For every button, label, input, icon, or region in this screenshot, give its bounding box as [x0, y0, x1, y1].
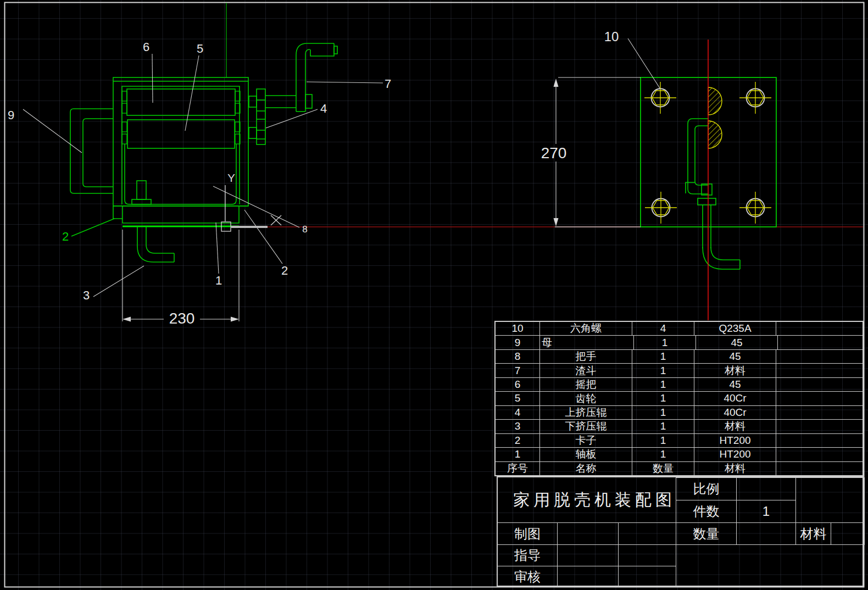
bom-name: 下挤压辊 — [540, 420, 632, 433]
bom-no: 9 — [496, 336, 540, 349]
table-row: 10 六角螺 4 Q235A — [496, 322, 863, 336]
part-label-4: 4 — [320, 102, 327, 115]
bom-qty: 1 — [632, 434, 694, 447]
bom-no: 5 — [496, 392, 540, 405]
hopper-outer — [70, 109, 113, 193]
part-label-6: 6 — [143, 40, 149, 54]
base-plate — [123, 206, 239, 223]
cad-canvas[interactable]: 230 270 6 5 7 4 9 3 1 2 8 10 2 Y — [0, 0, 868, 590]
drawn-by-label: 制图 — [498, 522, 558, 545]
bom-no: 2 — [496, 434, 540, 447]
part-labels: 6 5 7 4 9 3 1 2 8 10 2 — [8, 29, 619, 302]
bom-qty: 1 — [632, 364, 694, 377]
bom-no: 1 — [496, 448, 540, 461]
check-extra — [618, 566, 676, 587]
bom-name: 摇把 — [540, 378, 632, 391]
bom-no: 6 — [496, 378, 540, 391]
part-label-1: 1 — [215, 274, 222, 287]
bom-material: HT200 — [694, 448, 776, 461]
bom-qty: 1 — [632, 406, 694, 419]
body-outline — [113, 77, 248, 206]
upper-roller — [127, 89, 235, 115]
guide-value — [557, 544, 619, 566]
bom-qty: 1 — [632, 350, 694, 363]
check-label: 审核 — [498, 566, 558, 587]
table-row: 4 上挤压辊 1 40Cr — [496, 406, 863, 420]
bom-material: 45 — [694, 350, 776, 363]
bom-no: 8 — [496, 350, 540, 363]
pieces-value: 1 — [736, 500, 796, 523]
part-label-2: 2 — [281, 264, 288, 277]
drawn-by-extra — [618, 522, 676, 545]
side-view — [641, 40, 776, 320]
ucs-y-label: Y — [227, 171, 235, 184]
bom-material: 40Cr — [694, 406, 776, 419]
table-header-row: 序号 名称 数量 材料 — [496, 462, 863, 475]
bolt-symbol — [644, 82, 676, 114]
front-view — [70, 3, 337, 262]
part-label-9: 9 — [8, 108, 14, 122]
scale-value — [736, 477, 796, 500]
pieces-label: 件数 — [676, 500, 737, 523]
part-label-5: 5 — [197, 42, 203, 55]
bolt-symbol — [739, 82, 771, 114]
bom-name: 上挤压辊 — [540, 406, 632, 419]
bom-header-material: 材料 — [694, 462, 776, 475]
bom-name: 母 — [540, 336, 634, 349]
bearing-tabs — [122, 91, 240, 144]
bom-qty: 1 — [632, 448, 694, 461]
table-row: 3 下挤压辊 1 材料 — [496, 420, 863, 433]
bom-header-no: 序号 — [496, 462, 540, 475]
bom-material: HT200 — [694, 434, 776, 447]
bom-material: 40Cr — [694, 392, 776, 405]
check-value — [557, 566, 619, 587]
table-row: 6 摇把 1 45 — [496, 378, 863, 392]
guide-label: 指导 — [498, 544, 558, 566]
material-value — [831, 522, 865, 545]
chamber-post — [137, 181, 146, 199]
bom-material: 45 — [696, 336, 778, 349]
bom-no: 7 — [496, 364, 540, 377]
quantity-label: 数量 — [676, 522, 737, 545]
table-row: 1 轴板 1 HT200 — [496, 448, 863, 461]
part-label-8: 8 — [302, 224, 307, 235]
table-row: 2 卡子 1 HT200 — [496, 434, 863, 448]
table-row: 5 齿轮 1 40Cr — [496, 392, 863, 405]
bom-name: 六角螺 — [540, 322, 632, 335]
drawing-title: 家用脱壳机装配图 — [498, 477, 676, 523]
material-label: 材料 — [795, 522, 831, 545]
table-row: 8 把手 1 45 — [496, 350, 863, 364]
bom-material: Q235A — [694, 322, 776, 335]
bom-header-qty: 数量 — [632, 462, 694, 475]
part-label-10: 10 — [604, 29, 619, 44]
bom-no: 3 — [496, 420, 540, 433]
bolt-symbol — [739, 192, 771, 224]
bom-no: 4 — [496, 406, 540, 419]
crank-assembly — [249, 43, 337, 144]
bom-name: 齿轮 — [540, 392, 632, 405]
bom-qty: 1 — [632, 392, 694, 405]
lower-roller — [127, 120, 235, 148]
quantity-value — [736, 522, 796, 545]
scale-label: 比例 — [676, 477, 737, 500]
bom-name: 卡子 — [540, 434, 632, 447]
bom-name: 把手 — [540, 350, 632, 363]
bolt-symbol — [645, 192, 677, 224]
guide-extra — [618, 544, 676, 566]
shaft-section-lower — [708, 121, 722, 148]
spout — [137, 226, 174, 262]
bom-header-name: 名称 — [540, 462, 632, 475]
bom-name: 轴板 — [540, 448, 632, 461]
bom-qty: 1 — [634, 336, 696, 349]
table-row: 9 母 1 45 — [496, 336, 863, 349]
table-row: 7 渣斗 1 材料 — [496, 364, 863, 377]
title-block-empty-cell — [795, 477, 865, 523]
bom-qty: 4 — [632, 322, 694, 335]
bom-table: 10 六角螺 4 Q235A 9 母 1 45 8 把手 1 45 7 渣斗 1… — [494, 321, 864, 476]
dimension-height-text: 270 — [541, 144, 567, 162]
bom-material: 材料 — [694, 364, 776, 377]
bom-material: 材料 — [694, 420, 776, 433]
bom-name: 渣斗 — [540, 364, 632, 377]
chamber-post-base — [132, 199, 151, 204]
part-label-7: 7 — [385, 77, 391, 91]
